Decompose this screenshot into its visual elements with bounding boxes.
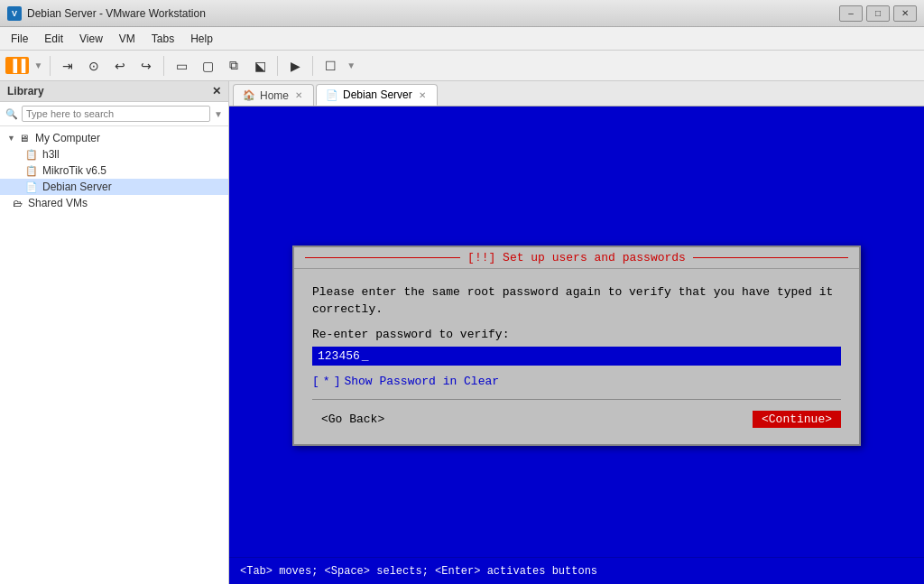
password-input-display[interactable]: 123456 _: [312, 347, 841, 366]
sidebar-item-shared-vms[interactable]: 🗁 Shared VMs: [0, 195, 228, 211]
tab-home[interactable]: 🏠 Home ✕: [233, 84, 314, 106]
sidebar-item-label: Shared VMs: [28, 197, 88, 209]
dialog-body: Please enter the same root password agai…: [294, 269, 859, 444]
sidebar-search-bar: 🔍 ▼: [0, 102, 228, 126]
sidebar-tree: ▼ 🖥 My Computer 📋 h3ll 📋 MikroTik v6.5 📄…: [0, 126, 228, 584]
toolbar-separator-1: [50, 56, 51, 76]
menu-view[interactable]: View: [72, 31, 110, 47]
snapshot-button[interactable]: ⊙: [82, 54, 106, 78]
tab-home-close[interactable]: ✕: [293, 90, 304, 100]
unity-button[interactable]: ⧉: [222, 54, 245, 78]
autofit-button[interactable]: ⬕: [248, 54, 272, 78]
dialog-field-label: Re-enter password to verify:: [312, 328, 841, 341]
menu-file[interactable]: File: [4, 31, 35, 47]
revert-button[interactable]: ↩: [108, 54, 132, 78]
checkbox-checked-icon: *: [323, 375, 330, 388]
console-button[interactable]: ▶: [283, 54, 307, 78]
tab-home-label: Home: [260, 89, 289, 102]
search-dropdown-icon[interactable]: ▼: [214, 109, 223, 119]
dialog-buttons: <Go Back> <Continue>: [312, 407, 841, 430]
tab-debian-server[interactable]: 📄 Debian Server ✕: [316, 84, 438, 106]
go-back-button[interactable]: <Go Back>: [312, 411, 393, 428]
settings-button[interactable]: ☐: [319, 54, 342, 78]
sidebar-my-computer-group[interactable]: ▼ 🖥 My Computer: [0, 130, 228, 146]
home-tab-icon: 🏠: [243, 89, 255, 101]
dialog-title: [!!] Set up users and passwords: [294, 247, 859, 269]
shared-icon: 🗁: [11, 197, 23, 209]
vm-status-bar: <Tab> moves; <Space> selects; <Enter> ac…: [229, 557, 924, 584]
my-computer-label: My Computer: [35, 132, 100, 144]
debian-tab-icon: 📄: [326, 89, 338, 101]
tab-debian-close[interactable]: ✕: [417, 90, 428, 100]
sidebar-item-mikrotik[interactable]: 📋 MikroTik v6.5: [0, 162, 228, 179]
expand-icon: ▼: [7, 134, 15, 143]
vm-screen[interactable]: [!!] Set up users and passwords Please e…: [229, 107, 924, 584]
close-button[interactable]: ✕: [893, 5, 917, 22]
minimize-button[interactable]: –: [839, 5, 863, 22]
title-bar: V Debian Server - VMware Workstation – □…: [0, 0, 924, 27]
show-password-row[interactable]: [ * ] Show Password in Clear: [312, 375, 841, 388]
menu-vm[interactable]: VM: [112, 31, 143, 47]
search-icon: 🔍: [5, 108, 18, 120]
vm-area: 🏠 Home ✕ 📄 Debian Server ✕ [!!] Set up u…: [229, 81, 924, 584]
dialog-description: Please enter the same root password agai…: [312, 283, 841, 319]
maximize-button[interactable]: □: [866, 5, 890, 22]
pause-button[interactable]: ▐▐: [5, 57, 29, 74]
full-screen-button[interactable]: ▢: [196, 54, 219, 78]
toolbar: ▐▐ ▼ ⇥ ⊙ ↩ ↪ ▭ ▢ ⧉ ⬕ ▶ ☐ ▼: [0, 51, 924, 81]
sidebar-item-label: Debian Server: [42, 181, 112, 193]
vm-icon-debian: 📄: [25, 181, 38, 193]
sidebar-item-label: MikroTik v6.5: [42, 164, 106, 177]
show-password-label: Show Password in Clear: [344, 375, 499, 388]
menu-tabs[interactable]: Tabs: [144, 31, 181, 47]
main-container: Library ✕ 🔍 ▼ ▼ 🖥 My Computer 📋 h3ll 📋 M…: [0, 81, 924, 584]
checkbox-bracket-close: ]: [334, 375, 341, 388]
password-value: 123456: [318, 349, 360, 363]
sidebar-title: Library: [7, 85, 44, 97]
suspend-button[interactable]: ↪: [134, 54, 158, 78]
menu-help[interactable]: Help: [183, 31, 220, 47]
send-to-button[interactable]: ⇥: [56, 54, 79, 78]
dialog-title-text: [!!] Set up users and passwords: [467, 251, 686, 264]
tab-debian-label: Debian Server: [343, 88, 412, 101]
sidebar-close-icon[interactable]: ✕: [212, 85, 221, 97]
sidebar-item-h3ll[interactable]: 📋 h3ll: [0, 146, 228, 162]
fit-window-button[interactable]: ▭: [170, 54, 193, 78]
toolbar-separator-4: [312, 56, 313, 76]
menu-edit[interactable]: Edit: [37, 31, 70, 47]
sidebar-header: Library ✕: [0, 81, 228, 102]
app-icon: V: [7, 6, 22, 21]
vm-icon-h3ll: 📋: [25, 148, 38, 161]
vm-icon-mikrotik: 📋: [25, 164, 38, 177]
password-dialog: [!!] Set up users and passwords Please e…: [292, 246, 861, 446]
vm-status-text: <Tab> moves; <Space> selects; <Enter> ac…: [240, 565, 597, 578]
sidebar: Library ✕ 🔍 ▼ ▼ 🖥 My Computer 📋 h3ll 📋 M…: [0, 81, 229, 584]
continue-button[interactable]: <Continue>: [753, 411, 841, 428]
search-input[interactable]: [22, 106, 210, 122]
window-title: Debian Server - VMware Workstation: [27, 7, 839, 20]
sidebar-item-debian[interactable]: 📄 Debian Server: [0, 179, 228, 195]
tab-bar: 🏠 Home ✕ 📄 Debian Server ✕: [229, 81, 924, 107]
dialog-divider: [312, 399, 841, 400]
toolbar-separator-3: [277, 56, 278, 76]
window-controls: – □ ✕: [839, 5, 917, 22]
sidebar-item-label: h3ll: [42, 148, 60, 161]
toolbar-separator-2: [163, 56, 164, 76]
checkbox-bracket-open: [: [312, 375, 319, 388]
computer-icon: 🖥: [18, 132, 31, 144]
menu-bar: File Edit View VM Tabs Help: [0, 27, 924, 51]
